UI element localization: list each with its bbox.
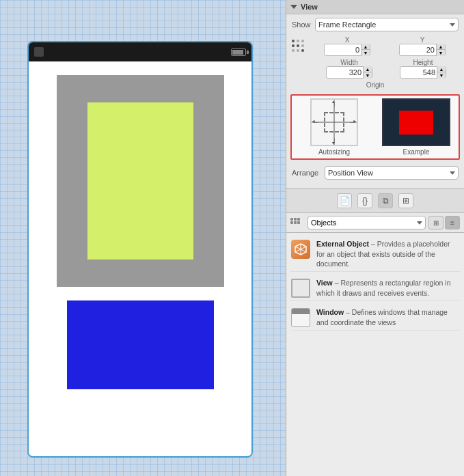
position-dots[interactable] bbox=[292, 40, 305, 53]
height-stepper[interactable]: ▲ ▼ bbox=[437, 66, 446, 79]
bottom-panel: 📄 {} ⧉ ⊞ Objects ⊞ ≡ bbox=[286, 189, 464, 476]
arrange-dropdown-arrow bbox=[450, 171, 455, 175]
height-step-up[interactable]: ▲ bbox=[437, 66, 446, 72]
width-coord-group: Width 320 ▲ ▼ bbox=[314, 59, 385, 79]
xy-row: X 0 ▲ ▼ Y 20 ▲ ▼ bbox=[286, 35, 464, 57]
dot-8 bbox=[297, 49, 299, 52]
height-label: Height bbox=[413, 59, 433, 66]
view-icon-shape bbox=[291, 279, 310, 298]
view-object-desc: – Represents a rectangular region in whi… bbox=[316, 279, 451, 297]
right-panel: View Show Frame Rectangle bbox=[286, 0, 464, 476]
dot-6 bbox=[301, 44, 304, 47]
arrange-label: Arrange bbox=[292, 169, 320, 177]
height-input[interactable]: 548 ▲ ▼ bbox=[400, 66, 446, 79]
view-section-header: View bbox=[286, 0, 464, 14]
y-value: 20 bbox=[400, 46, 436, 54]
canvas-area bbox=[0, 0, 286, 476]
window-object-name: Window bbox=[316, 308, 344, 316]
y-coord-group: Y 20 ▲ ▼ bbox=[386, 36, 459, 56]
width-input[interactable]: 320 ▲ ▼ bbox=[326, 66, 372, 79]
x-input[interactable]: 0 ▲ ▼ bbox=[324, 44, 370, 56]
show-dropdown[interactable]: Frame Rectangle bbox=[315, 18, 459, 31]
wh-row: Width 320 ▲ ▼ Height 548 ▲ ▼ bbox=[286, 57, 464, 80]
y-step-down[interactable]: ▼ bbox=[437, 50, 445, 56]
view-section-title: View bbox=[301, 3, 318, 11]
close-button[interactable] bbox=[34, 47, 44, 57]
y-stepper[interactable]: ▲ ▼ bbox=[436, 44, 445, 56]
objects-label: Objects bbox=[311, 219, 336, 227]
objects-row: Objects ⊞ ≡ bbox=[286, 213, 464, 233]
view-object-text: View – Represents a rectangular region i… bbox=[316, 278, 460, 298]
example-box: Example bbox=[378, 98, 454, 156]
view-object-name: View bbox=[316, 279, 333, 287]
dot-7 bbox=[292, 49, 295, 52]
list-item[interactable]: View – Represents a rectangular region i… bbox=[290, 276, 460, 301]
obj-cell-2 bbox=[294, 218, 297, 221]
y-input[interactable]: 20 ▲ ▼ bbox=[399, 44, 446, 56]
window-object-icon bbox=[290, 307, 311, 328]
collapse-icon[interactable] bbox=[290, 5, 297, 9]
view-object-icon bbox=[290, 278, 311, 298]
list-view-btn[interactable]: ≡ bbox=[445, 216, 460, 229]
x-value: 0 bbox=[325, 46, 361, 54]
obj-cell-3 bbox=[297, 218, 300, 221]
dot-3 bbox=[301, 40, 304, 42]
blue-block bbox=[67, 300, 214, 389]
example-inner bbox=[399, 111, 433, 135]
autosizing-label: Autosizing bbox=[318, 148, 350, 156]
height-value: 548 bbox=[400, 68, 437, 76]
show-row: Show Frame Rectangle bbox=[286, 14, 464, 35]
dot-5 bbox=[297, 44, 299, 47]
arrange-row: Arrange Position View bbox=[286, 163, 464, 183]
grid-view-btn[interactable]: ⊞ bbox=[428, 216, 443, 229]
obj-cell-4 bbox=[290, 221, 293, 224]
x-step-down[interactable]: ▼ bbox=[361, 50, 370, 56]
autosizing-row: Autosizing Example bbox=[290, 94, 460, 160]
objects-dropdown[interactable]: Objects bbox=[308, 216, 426, 229]
objects-dropdown-arrow bbox=[417, 221, 422, 225]
example-label: Example bbox=[403, 148, 430, 156]
obj-cell-6 bbox=[297, 221, 300, 224]
dot-2 bbox=[297, 40, 299, 42]
obj-cell-5 bbox=[294, 221, 297, 224]
show-value: Frame Rectangle bbox=[318, 20, 376, 29]
dot-4 bbox=[292, 44, 295, 47]
x-label: X bbox=[345, 36, 350, 44]
yellow-green-block bbox=[87, 102, 193, 260]
window-icon-shape bbox=[291, 308, 310, 327]
obj-cell-1 bbox=[290, 218, 293, 221]
y-label: Y bbox=[420, 36, 425, 44]
objects-list: External Object – Provides a placeholder… bbox=[286, 233, 464, 476]
file-tab-icon[interactable]: 📄 bbox=[337, 193, 352, 208]
dot-1 bbox=[292, 40, 295, 42]
icon-toolbar: 📄 {} ⧉ ⊞ bbox=[286, 189, 464, 213]
external-object-icon bbox=[290, 239, 311, 260]
autosizing-box: Autosizing bbox=[296, 98, 372, 156]
objects-icon bbox=[290, 218, 303, 227]
autosizing-inner bbox=[324, 112, 344, 132]
grid-tab-icon[interactable]: ⊞ bbox=[398, 193, 413, 208]
show-label: Show bbox=[292, 20, 311, 29]
external-object-name: External Object bbox=[316, 240, 369, 248]
layers-tab-icon[interactable]: ⧉ bbox=[378, 193, 393, 208]
external-object-text: External Object – Provides a placeholder… bbox=[316, 239, 460, 269]
x-step-up[interactable]: ▲ bbox=[361, 44, 370, 50]
ext-icon-shape bbox=[291, 240, 310, 259]
list-item[interactable]: External Object – Provides a placeholder… bbox=[290, 237, 460, 272]
arrange-dropdown[interactable]: Position View bbox=[325, 166, 459, 180]
width-step-down[interactable]: ▼ bbox=[364, 72, 372, 79]
width-step-up[interactable]: ▲ bbox=[364, 66, 372, 72]
width-stepper[interactable]: ▲ ▼ bbox=[363, 66, 372, 79]
list-item[interactable]: Window – Defines windows that manage and… bbox=[290, 305, 460, 331]
dot-9 bbox=[301, 49, 304, 52]
example-visual bbox=[382, 98, 450, 146]
x-stepper[interactable]: ▲ ▼ bbox=[361, 44, 370, 56]
autosizing-visual[interactable] bbox=[310, 98, 358, 146]
code-tab-icon[interactable]: {} bbox=[357, 193, 372, 208]
height-step-down[interactable]: ▼ bbox=[437, 72, 446, 79]
y-step-up[interactable]: ▲ bbox=[437, 44, 445, 50]
arrange-value: Position View bbox=[328, 169, 373, 177]
device-titlebar bbox=[29, 42, 251, 61]
window-object-text: Window – Defines windows that manage and… bbox=[316, 307, 460, 327]
origin-label: Origin bbox=[286, 80, 464, 92]
